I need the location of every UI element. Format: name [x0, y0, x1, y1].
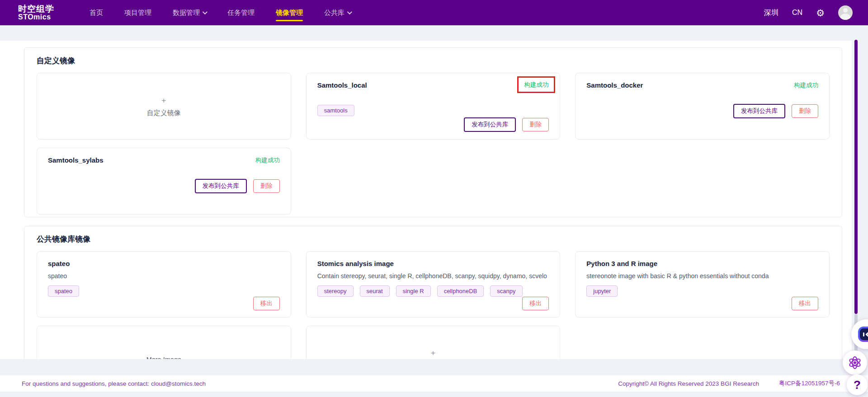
tag-list: jupyter: [586, 285, 818, 297]
image-name: Stomics analysis image: [317, 260, 394, 267]
plus-icon: +: [161, 96, 166, 105]
nav-label: 镜像管理: [276, 9, 303, 17]
card-actions: 移出: [586, 297, 818, 310]
tag-list: stereopy seurat single R cellphoneDB sca…: [317, 285, 549, 297]
card-head: Samtools_docker 构建成功: [586, 81, 818, 89]
nav-label: 数据管理: [173, 9, 200, 17]
page: 时空组学 STOmics 首页 项目管理 数据管理 任务管理 镜像管理 公共库: [0, 0, 868, 397]
page-background-strip: [0, 25, 868, 41]
image-name: spateo: [48, 260, 70, 267]
image-description: stereonote image with basic R & python e…: [586, 272, 818, 280]
robot-eye-left: [863, 332, 864, 336]
tag: stereopy: [317, 285, 354, 297]
footer-copyright: Copyright© All Rights Reserved 2023 BGI …: [618, 380, 759, 387]
add-custom-image-card[interactable]: + 自定义镜像: [37, 73, 291, 140]
footer-icp-number[interactable]: 粤ICP备12051957号-6: [779, 379, 840, 388]
card-head: Python 3 and R image: [586, 260, 818, 267]
nav-item-projects[interactable]: 项目管理: [124, 0, 151, 25]
tag: spateo: [48, 285, 79, 297]
region-selector[interactable]: 深圳: [764, 8, 778, 18]
publish-button[interactable]: 发布到公共库: [195, 179, 247, 193]
card-actions: 移出: [317, 297, 549, 310]
top-navbar: 时空组学 STOmics 首页 项目管理 数据管理 任务管理 镜像管理 公共库: [0, 0, 868, 25]
image-card-samtools-sylabs: Samtools_sylabs 构建成功 发布到公共库 删除: [37, 148, 291, 215]
build-status: 构建成功: [794, 81, 818, 89]
custom-images-title: 自定义镜像: [37, 56, 830, 66]
publish-button[interactable]: 发布到公共库: [733, 104, 785, 118]
tools-button[interactable]: [843, 350, 867, 375]
nav-item-data[interactable]: 数据管理: [173, 0, 206, 25]
stomics-logo[interactable]: 时空组学 STOmics: [18, 5, 54, 21]
image-description: spateo: [48, 272, 280, 280]
nav-item-images[interactable]: 镜像管理: [276, 0, 303, 25]
tag: scanpy: [490, 285, 522, 297]
nav-label: 项目管理: [124, 9, 151, 17]
delete-button[interactable]: 删除: [253, 179, 280, 193]
publish-button[interactable]: 发布到公共库: [464, 117, 516, 132]
robot-eye-right: [866, 332, 868, 336]
gear-icon[interactable]: ⚙: [816, 8, 825, 18]
footer-contact-text[interactable]: For questions and suggestions, please co…: [22, 380, 206, 387]
nav-label: 公共库: [324, 9, 344, 17]
language-selector[interactable]: CN: [792, 9, 802, 17]
image-name: Samtools_local: [317, 81, 367, 89]
logo-line2: STOmics: [18, 14, 54, 21]
footer-right-group: Copyright© All Rights Reserved 2023 BGI …: [618, 379, 840, 388]
main-nav: 首页 项目管理 数据管理 任务管理 镜像管理 公共库: [90, 0, 351, 25]
remove-button[interactable]: 移出: [522, 297, 549, 310]
nav-item-home[interactable]: 首页: [90, 0, 103, 25]
card-head: Stomics analysis image: [317, 260, 549, 267]
card-head: Samtools_sylabs 构建成功: [48, 156, 280, 164]
question-mark-icon: ?: [854, 378, 861, 392]
nav-item-public-library[interactable]: 公共库: [324, 0, 351, 25]
image-description: Contain stereopy, seurat, single R, cell…: [317, 272, 549, 280]
card-head: spateo: [48, 260, 280, 267]
add-custom-image-label: 自定义镜像: [147, 109, 181, 117]
custom-images-panel: 自定义镜像 + 自定义镜像 Samtools_local 构建成功 samtoo…: [24, 47, 842, 217]
image-name: Python 3 and R image: [586, 260, 657, 267]
image-card-python-r: Python 3 and R image stereonote image wi…: [575, 251, 830, 318]
robot-icon: [858, 327, 868, 342]
tag-list: spateo: [48, 285, 280, 297]
card-actions: 发布到公共库 删除: [317, 117, 549, 132]
remove-button[interactable]: 移出: [253, 297, 280, 310]
footer-gray-band-top: [0, 359, 868, 375]
remove-button[interactable]: 移出: [792, 297, 818, 310]
tag: seurat: [360, 285, 390, 297]
chevron-down-icon: [203, 9, 208, 14]
plus-icon: +: [431, 349, 435, 358]
user-avatar[interactable]: [838, 5, 853, 20]
header-right-cluster: 深圳 CN ⚙: [764, 5, 853, 20]
atom-icon: [848, 355, 862, 370]
tag: jupyter: [586, 285, 618, 297]
help-button[interactable]: ?: [847, 374, 868, 395]
footer-bar: For questions and suggestions, please co…: [0, 375, 868, 392]
logo-line1: 时空组学: [18, 5, 54, 14]
image-card-samtools-local: Samtools_local 构建成功 samtools 发布到公共库 删除: [306, 73, 561, 140]
nav-item-tasks[interactable]: 任务管理: [227, 0, 255, 25]
tag: samtools: [317, 105, 354, 116]
image-card-stomics-analysis: Stomics analysis image Contain stereopy,…: [306, 251, 561, 318]
image-name: Samtools_docker: [586, 81, 643, 89]
nav-label: 任务管理: [227, 9, 255, 17]
chevron-down-icon: [347, 9, 352, 14]
card-actions: 移出: [48, 297, 280, 310]
delete-button[interactable]: 删除: [792, 104, 818, 118]
public-images-title: 公共镜像库镜像: [37, 234, 830, 244]
tag: single R: [396, 285, 431, 297]
build-status: 构建成功: [255, 156, 280, 164]
image-card-spateo: spateo spateo spateo 移出: [37, 251, 291, 318]
tag-list: samtools: [317, 105, 549, 116]
custom-images-grid: + 自定义镜像 Samtools_local 构建成功 samtools 发布到…: [37, 73, 830, 215]
tag: cellphoneDB: [437, 285, 484, 297]
nav-label: 首页: [90, 9, 103, 17]
card-head: Samtools_local 构建成功: [317, 81, 549, 93]
status-highlight-box: 构建成功: [517, 76, 555, 93]
card-actions: 发布到公共库 删除: [586, 104, 818, 118]
scrollbar-thumb[interactable]: [854, 40, 858, 314]
image-name: Samtools_sylabs: [48, 156, 104, 164]
delete-button[interactable]: 删除: [522, 118, 549, 131]
card-actions: 发布到公共库 删除: [48, 179, 280, 193]
build-status: 构建成功: [524, 81, 548, 88]
image-card-samtools-docker: Samtools_docker 构建成功 发布到公共库 删除: [575, 73, 830, 140]
